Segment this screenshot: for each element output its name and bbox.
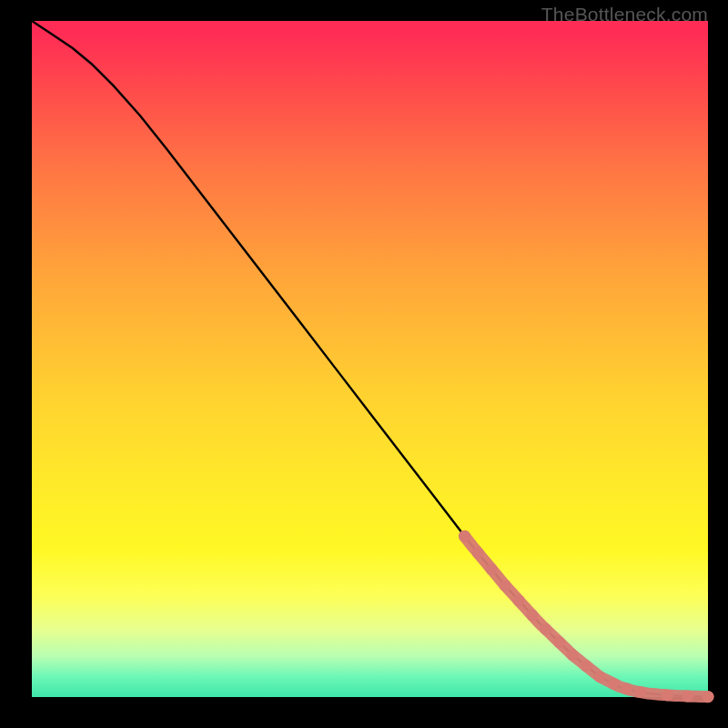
data-marker: [553, 636, 565, 648]
chart-overlay: [32, 21, 708, 697]
data-marker: [703, 691, 714, 703]
data-marker: [512, 594, 524, 606]
data-marker: [621, 683, 632, 695]
data-marker: [540, 623, 551, 635]
data-marker: [472, 547, 484, 559]
data-marker: [581, 660, 592, 672]
data-marker: [526, 610, 538, 622]
data-marker: [594, 671, 606, 682]
curve-main: [32, 21, 708, 697]
curve-highlight-segment: [465, 536, 708, 696]
data-marker: [607, 678, 619, 690]
data-marker: [682, 691, 693, 703]
data-marker: [662, 689, 673, 701]
data-marker: [567, 649, 579, 661]
data-markers-group: [459, 531, 713, 703]
data-marker: [500, 580, 511, 592]
data-marker: [459, 531, 470, 542]
data-marker: [634, 686, 646, 698]
data-marker: [486, 563, 498, 575]
